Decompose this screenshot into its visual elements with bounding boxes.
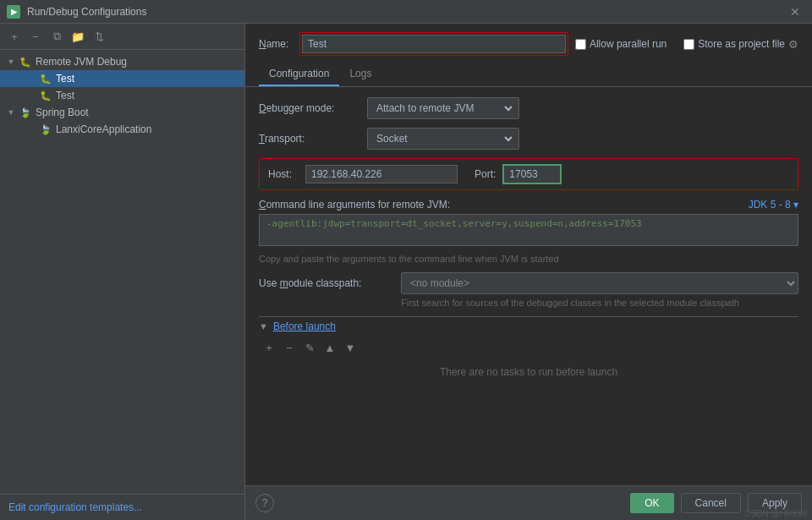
close-button[interactable]: ✕ — [785, 3, 805, 20]
tree-item-test-selected[interactable]: 🐛 Test — [0, 70, 244, 87]
store-project-checkbox[interactable] — [683, 39, 694, 50]
command-line-label: Command line arguments for remote JVM: — [259, 199, 450, 211]
help-button[interactable]: ? — [255, 494, 274, 512]
dialog-body: + − ⧉ 📁 ⇅ ▼ 🐛 Remote JVM Debug 🐛 Test 🐛 — [0, 24, 812, 520]
module-classpath-hint: First search for sources of the debugged… — [259, 298, 798, 308]
bottom-bar: ? OK Cancel Apply — [245, 485, 812, 520]
tree-arrow-remote-jvm: ▼ — [5, 56, 17, 68]
watermark: CSDN @HRX98 — [744, 509, 807, 518]
config-tree: ▼ 🐛 Remote JVM Debug 🐛 Test 🐛 Test ▼ 🍃 S… — [0, 50, 244, 494]
module-classpath-row: Use module classpath: <no module> — [259, 272, 798, 294]
main-panel: Name: Allow parallel run Store as projec… — [245, 24, 812, 520]
module-classpath-select[interactable]: <no module> — [402, 273, 798, 293]
tree-group-remote-jvm[interactable]: ▼ 🐛 Remote JVM Debug — [0, 53, 244, 70]
tree-label-lanxi: LanxiCoreApplication — [56, 123, 151, 135]
store-project-row: Store as project file ⚙ — [683, 38, 798, 51]
tree-label-test-1: Test — [56, 73, 74, 85]
debugger-mode-row: Debugger mode: Attach to remote JVM List… — [259, 97, 798, 119]
debug-icon: 🐛 — [19, 55, 32, 68]
before-launch-header: ▼ Before launch — [259, 316, 798, 336]
transport-select[interactable]: Socket Shared memory — [371, 129, 515, 149]
allow-parallel-row: Allow parallel run — [575, 38, 667, 50]
jdk-selector[interactable]: JDK 5 - 8 ▾ — [749, 199, 798, 211]
debugger-mode-select-wrapper[interactable]: Attach to remote JVM Listen to remote JV… — [367, 97, 519, 119]
before-launch-add-button[interactable]: + — [261, 339, 277, 356]
before-launch-toolbar: + − ✎ ▲ ▼ — [261, 339, 798, 356]
debug-icon-test: 🐛 — [39, 72, 52, 85]
tree-arrow-spring-boot: ▼ — [5, 107, 17, 118]
name-label: Name: — [259, 38, 293, 50]
cancel-button[interactable]: Cancel — [681, 493, 741, 513]
before-launch-edit-button[interactable]: ✎ — [301, 339, 318, 356]
title-bar: ▶ Run/Debug Configurations ✕ — [0, 0, 812, 24]
edit-config-templates-link[interactable]: Edit configuration templates... — [8, 501, 142, 513]
host-input[interactable] — [305, 165, 458, 183]
name-row: Name: Allow parallel run Store as projec… — [245, 24, 812, 63]
dialog-title: Run/Debug Configurations — [27, 6, 785, 18]
app-icon: ▶ — [7, 5, 20, 19]
sidebar: + − ⧉ 📁 ⇅ ▼ 🐛 Remote JVM Debug 🐛 Test 🐛 — [0, 24, 245, 520]
move-config-button[interactable]: 📁 — [69, 27, 87, 46]
no-tasks-message: There are no tasks to run before launch — [259, 356, 798, 388]
copy-config-button[interactable]: ⧉ — [47, 27, 66, 46]
sidebar-toolbar: + − ⧉ 📁 ⇅ — [0, 24, 244, 50]
name-input[interactable] — [302, 35, 566, 53]
tree-label-spring-boot: Spring Boot — [36, 107, 89, 118]
name-input-wrapper — [299, 32, 568, 56]
before-launch-up-button[interactable]: ▲ — [321, 339, 338, 356]
host-port-row: Host: Port: — [259, 158, 798, 190]
host-label: Host: — [268, 168, 299, 180]
spring-icon: 🍃 — [19, 106, 32, 119]
before-launch-section: ▼ Before launch + − ✎ ▲ ▼ There are no t… — [259, 316, 798, 388]
ok-button[interactable]: OK — [630, 493, 673, 513]
before-launch-down-button[interactable]: ▼ — [342, 339, 359, 356]
tabs-bar: Configuration Logs — [245, 63, 812, 87]
command-line-hint: Copy and paste the arguments to the comm… — [259, 254, 798, 264]
tree-item-lanxi[interactable]: 🍃 LanxiCoreApplication — [0, 121, 244, 138]
before-launch-label: Before launch — [273, 320, 336, 332]
command-line-header: Command line arguments for remote JVM: J… — [259, 199, 798, 211]
allow-parallel-checkbox[interactable] — [575, 39, 586, 50]
sort-config-button[interactable]: ⇅ — [90, 27, 108, 46]
sidebar-footer: Edit configuration templates... — [0, 494, 244, 520]
transport-row: Transport: Socket Shared memory — [259, 128, 798, 150]
debugger-mode-select[interactable]: Attach to remote JVM Listen to remote JV… — [371, 98, 515, 118]
tree-label-test-2: Test — [56, 90, 74, 101]
gear-icon[interactable]: ⚙ — [788, 38, 798, 51]
command-line-textarea[interactable]: -agentlib:jdwp=transport=dt_socket,serve… — [259, 214, 798, 246]
module-select-wrapper[interactable]: <no module> — [401, 272, 798, 294]
command-line-section: Command line arguments for remote JVM: J… — [259, 199, 798, 264]
module-classpath-label: Use module classpath: — [259, 277, 394, 289]
tree-item-test-2[interactable]: 🐛 Test — [0, 87, 244, 104]
before-launch-toggle[interactable]: ▼ — [259, 321, 268, 331]
remove-config-button[interactable]: − — [26, 27, 45, 46]
debugger-mode-label: Debugger mode: — [259, 102, 360, 114]
port-input[interactable] — [502, 164, 562, 184]
tab-logs[interactable]: Logs — [339, 63, 381, 86]
config-content: Debugger mode: Attach to remote JVM List… — [245, 87, 812, 485]
spring-icon-lanxi: 🍃 — [39, 123, 52, 136]
transport-select-wrapper[interactable]: Socket Shared memory — [367, 128, 519, 150]
add-config-button[interactable]: + — [5, 27, 24, 46]
tab-configuration[interactable]: Configuration — [259, 63, 339, 86]
tree-label-remote-jvm: Remote JVM Debug — [36, 56, 127, 68]
tree-group-spring-boot[interactable]: ▼ 🍃 Spring Boot — [0, 104, 244, 121]
tree-arrow-empty-1 — [25, 73, 37, 85]
tree-arrow-empty-3 — [25, 123, 37, 135]
debug-icon-test2: 🐛 — [39, 89, 52, 102]
port-label: Port: — [475, 168, 496, 180]
allow-parallel-label: Allow parallel run — [590, 38, 667, 50]
tree-arrow-empty-2 — [25, 90, 37, 101]
store-project-label: Store as project file — [698, 38, 785, 50]
transport-label: Transport: — [259, 133, 360, 145]
before-launch-remove-button[interactable]: − — [281, 339, 298, 356]
